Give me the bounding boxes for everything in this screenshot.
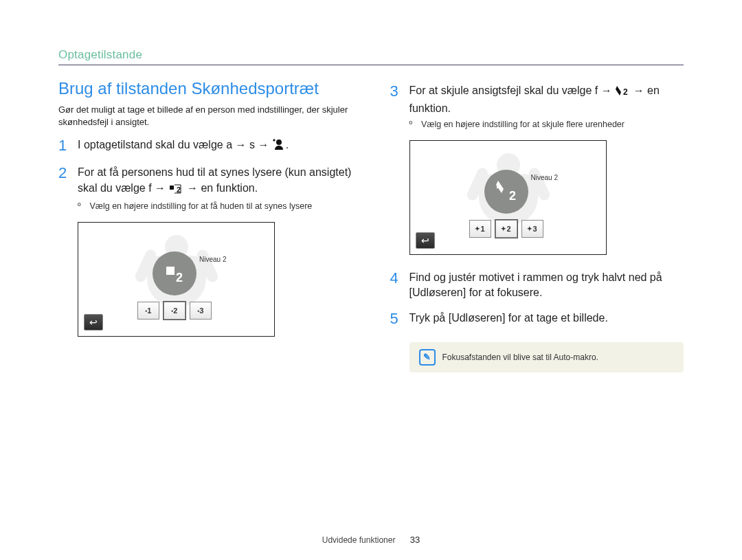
manual-page: Optagetilstande Brug af tilstanden Skønh… <box>0 0 742 560</box>
step-5: 5 Tryk på [Udløseren] for at tage et bil… <box>390 311 684 327</box>
step-3-text: For at skjule ansigtsfejl skal du vælge … <box>409 85 598 96</box>
beauty-mode-icon <box>272 137 286 155</box>
arrow-icon: → <box>235 139 246 150</box>
note-icon: ✎ <box>419 349 436 366</box>
level-options: ✦1 ✦2 ✦3 <box>469 220 543 238</box>
arrow-icon: → <box>601 85 612 96</box>
svg-text:2: 2 <box>176 271 183 284</box>
level-options: ▪1 ▪2 ▪3 <box>137 302 212 320</box>
level-option-3[interactable]: ▪3 <box>190 302 212 320</box>
svg-rect-2 <box>170 186 174 190</box>
step-2: 2 For at få personens hud til at synes l… <box>58 165 352 199</box>
level-option-1[interactable]: ✦1 <box>469 220 491 238</box>
step-note: º Vælg en højere indstilling for at få h… <box>78 201 352 211</box>
level-option-1[interactable]: ▪1 <box>137 302 159 320</box>
intro-text: Gør det muligt at tage et billede af en … <box>58 104 352 128</box>
step-note: º Vælg en højere indstilling for at skju… <box>409 120 684 129</box>
arrow-icon: → <box>155 182 166 194</box>
left-column: Brug af tilstanden Skønhedsportræt Gør d… <box>58 79 352 372</box>
level-option-3[interactable]: ✦3 <box>521 220 543 238</box>
footer-label: Udvidede funktioner <box>322 535 396 545</box>
step-text: Find og justér motivet i rammen og tryk … <box>409 270 684 301</box>
arrow-icon: → <box>633 85 644 96</box>
level-disc-icon: 2 <box>153 251 196 295</box>
svg-marker-1 <box>273 139 276 142</box>
bullet-icon: º <box>409 120 419 129</box>
step-number: 5 <box>390 311 403 327</box>
tip-text: Fokusafstanden vil blive sat til Auto-ma… <box>442 352 598 362</box>
arrow-icon: → <box>258 139 269 150</box>
tip-body: Fokusafstanden vil blive sat til Auto-ma… <box>442 352 598 362</box>
face-retouch-icon: 2 <box>615 85 630 101</box>
back-button[interactable]: ↩ <box>84 314 103 331</box>
note-text: Vælg en højere indstilling for at få hud… <box>89 201 312 211</box>
step-1-pre: I optagetilstand skal du vælge a <box>78 139 232 150</box>
svg-text:2: 2 <box>623 87 628 97</box>
step-text: Tryk på [Udløseren] for at tage et bille… <box>409 311 684 327</box>
step-text: For at skjule ansigtsfejl skal du vælge … <box>409 83 684 117</box>
svg-text:2: 2 <box>509 189 516 203</box>
step-4: 4 Find og justér motivet i rammen og try… <box>390 270 684 301</box>
right-column: 3 For at skjule ansigtsfejl skal du vælg… <box>390 79 684 372</box>
step-text: For at få personens hud til at synes lys… <box>78 165 352 199</box>
arrow-icon: → <box>187 182 198 194</box>
page-title: Brug af tilstanden Skønhedsportræt <box>58 79 352 98</box>
level-option-2[interactable]: ✦2 <box>495 220 517 238</box>
step-text: I optagetilstand skal du vælge a → s → . <box>78 137 352 155</box>
preview-screenshot-left: 2 Niveau 2 ▪1 ▪2 ▪3 ↩ <box>78 222 275 337</box>
step-number: 1 <box>58 137 71 155</box>
back-button[interactable]: ↩ <box>416 232 435 249</box>
svg-text:2: 2 <box>177 186 181 194</box>
step-3: 3 For at skjule ansigtsfejl skal du vælg… <box>390 83 684 117</box>
svg-rect-4 <box>166 267 175 275</box>
section-label: Optagetilstande <box>58 48 684 62</box>
bullet-icon: º <box>78 201 87 211</box>
step-1-mid: s <box>249 139 255 150</box>
tip-callout: ✎ Fokusafstanden vil blive sat til Auto-… <box>409 342 684 372</box>
preview-screenshot-right: 2 Niveau 2 ✦1 ✦2 ✦3 ↩ <box>409 140 607 255</box>
step-number: 3 <box>390 83 403 117</box>
back-icon: ↩ <box>89 317 98 328</box>
level-disc-icon: 2 <box>484 170 528 214</box>
note-text: Vælg en højere indstilling for at skjule… <box>421 120 625 129</box>
step-2-tail: en funktion. <box>201 182 258 194</box>
level-label: Niveau 2 <box>531 174 558 181</box>
step-1: 1 I optagetilstand skal du vælge a → s →… <box>58 137 352 155</box>
level-option-2[interactable]: ▪2 <box>164 302 186 320</box>
step-number: 2 <box>58 165 71 199</box>
divider <box>58 65 684 65</box>
face-tone-icon: 2 <box>169 183 184 199</box>
page-number: 33 <box>410 535 420 545</box>
level-label: Niveau 2 <box>199 256 226 263</box>
svg-point-0 <box>276 139 282 145</box>
two-columns: Brug af tilstanden Skønhedsportræt Gør d… <box>58 79 684 372</box>
step-number: 4 <box>390 270 403 301</box>
back-icon: ↩ <box>421 235 429 246</box>
page-footer: Udvidede funktioner 33 <box>0 535 742 545</box>
